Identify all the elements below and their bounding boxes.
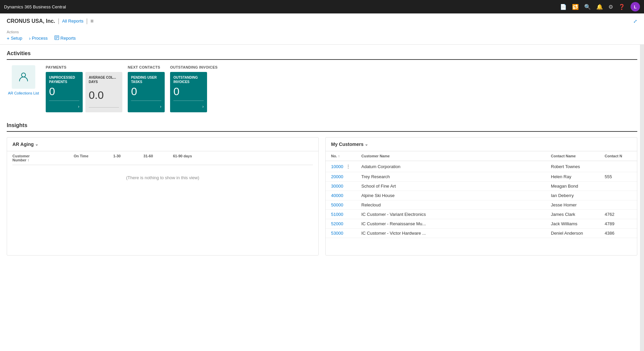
ar-col-61-90: 61-90 days [158,154,192,162]
settings-icon[interactable]: ⚙ [608,4,613,10]
activities-divider [7,59,637,60]
insights-divider [7,131,637,132]
customer-no-link[interactable]: 53000 [331,231,343,236]
col-contact-name: Contact Name [551,154,605,158]
payments-group: PAYMENTS UNPROCESSED PAYMENTS 0 › AVERAG… [46,65,122,112]
average-col-days-card[interactable]: AVERAGE COL... DAYS 0.0 [85,72,122,112]
table-row[interactable]: 10000 ⋮ Adatum Corporation Robert Townes [326,161,637,172]
card-divider3 [173,101,204,101]
user-avatar[interactable]: L [631,2,640,11]
breadcrumb-menu-icon[interactable]: ≡ [90,18,93,24]
card-divider [49,101,79,101]
table-row[interactable]: 51000 IC Customer - Variant Electronics … [326,210,637,219]
customer-no-link[interactable]: 52000 [331,221,343,226]
setup-icon: + [7,36,9,41]
table-row[interactable]: 20000 Trey Research Helen Ray 555 [326,172,637,182]
top-bar-icons: 📄 🔁 🔍 🔔 ⚙ ❓ L [560,2,640,11]
svg-point-4 [22,73,26,77]
expand-icon[interactable]: ⤢ [633,18,637,24]
all-reports-link[interactable]: All Reports [62,18,84,24]
customer-no-link[interactable]: 20000 [331,174,343,179]
customer-no-link[interactable]: 10000 [331,164,343,169]
ar-aging-panel: AR Aging ⌄ CustomerNumber ↑ On Time 1-30… [7,137,319,256]
process-action[interactable]: › Process [29,36,48,43]
customer-no-cell: 20000 [331,174,361,179]
customer-name-cell: IC Customer - Renaissanse Mu... [361,221,551,226]
ar-aging-header[interactable]: AR Aging ⌄ [7,138,318,151]
pending-user-tasks-card[interactable]: PENDING USER TASKS 0 › [128,72,165,112]
insights-section: Insights AR Aging ⌄ CustomerNumber ↑ On … [7,122,637,256]
contact-n-cell: 4762 [605,212,632,217]
ar-aging-title: AR Aging [12,142,34,147]
card-arrow: › [78,104,79,109]
table-row[interactable]: 40000 Alpine Ski House Ian Deberry [326,191,637,200]
ar-icon-box [12,65,35,89]
search-icon[interactable]: 🔍 [584,4,591,10]
customer-no-link[interactable]: 51000 [331,212,343,217]
card-arrow3: › [202,104,204,109]
unprocessed-payments-card[interactable]: UNPROCESSED PAYMENTS 0 › [46,72,83,112]
contact-name-cell: Ian Deberry [551,193,605,198]
company-name: CRONUS USA, Inc. [7,18,55,24]
outstanding-invoices-label: Outstanding Invoices [170,65,217,69]
customer-no-link[interactable]: 50000 [331,202,343,207]
reports-label: Reports [61,36,76,41]
table-row[interactable]: 50000 Relecloud Jesse Homer [326,200,637,210]
right-scrollbar[interactable] [640,13,644,351]
document-icon[interactable]: 📄 [560,4,567,10]
customer-no-cell: 50000 [331,202,361,207]
table-row[interactable]: 53000 IC Customer - Victor Hardware ... … [326,229,637,238]
customer-no-link[interactable]: 40000 [331,193,343,198]
customer-no-cell: 10000 ⋮ [331,163,361,170]
table-row[interactable]: 30000 School of Fine Art Meagan Bond [326,182,637,191]
customer-name-cell: IC Customer - Variant Electronics [361,212,551,217]
breadcrumb-separator: | [58,17,59,25]
my-customers-header[interactable]: My Customers ⌄ [326,138,637,151]
customer-no-cell: 52000 [331,221,361,226]
payments-cards-row: UNPROCESSED PAYMENTS 0 › AVERAGE COL... … [46,72,122,112]
context-menu-button[interactable]: ⋮ [345,163,352,170]
reports-action[interactable]: Reports [54,35,76,43]
ar-aging-chevron: ⌄ [35,142,38,147]
actions-bar: Actions + Setup › Process Reports [7,28,637,44]
page-header: CRONUS USA, Inc. | All Reports | ≡ ⤢ Act… [0,13,644,45]
table-row[interactable]: 52000 IC Customer - Renaissanse Mu... Ja… [326,219,637,229]
col-contact-n: Contact N [605,154,632,158]
ar-collections-label: AR Collections List [8,91,39,95]
insights-panels: AR Aging ⌄ CustomerNumber ↑ On Time 1-30… [7,137,637,256]
my-customers-chevron: ⌄ [365,142,368,147]
card-gray-divider [89,107,119,108]
outstanding-invoices-title: OUTSTANDING INVOICES [173,75,204,84]
customers-header-row: No. ↑ Customer Name Contact Name Contact… [326,151,637,161]
ar-col-1-30: 1-30 [94,154,121,162]
customer-no-link[interactable]: 30000 [331,184,343,189]
outstanding-invoices-card[interactable]: OUTSTANDING INVOICES 0 › [170,72,207,112]
share-icon[interactable]: 🔁 [572,4,579,10]
insights-heading: Insights [7,122,637,128]
contact-name-cell: Robert Townes [551,164,605,169]
payments-group-label: PAYMENTS [46,65,122,69]
customer-name-cell: Relecloud [361,202,551,207]
customer-name-cell: Trey Research [361,174,551,179]
card-divider2 [131,101,161,101]
customer-no-cell: 51000 [331,212,361,217]
process-label: Process [32,36,48,41]
customer-name-cell: Alpine Ski House [361,193,551,198]
setup-action[interactable]: + Setup [7,36,22,43]
unprocessed-payments-title: UNPROCESSED PAYMENTS [49,75,79,84]
outstanding-invoices-group: Outstanding Invoices OUTSTANDING INVOICE… [170,65,217,112]
average-col-days-title: AVERAGE COL... DAYS [89,75,119,84]
customers-table: No. ↑ Customer Name Contact Name Contact… [326,151,637,255]
my-customers-panel: My Customers ⌄ No. ↑ Customer Name Conta… [325,137,637,256]
ar-collections-icon[interactable]: AR Collections List [7,65,40,95]
ar-col-31-60: 31-60 [126,154,153,162]
help-icon[interactable]: ❓ [618,4,625,10]
next-contacts-label: Next Contacts [128,65,165,69]
customer-no-cell: 40000 [331,193,361,198]
breadcrumb: CRONUS USA, Inc. | All Reports | ≡ ⤢ [7,17,637,28]
customer-no-cell: 30000 [331,184,361,189]
card-arrow2: › [160,104,161,109]
activities-heading: Activities [7,50,637,56]
bell-icon[interactable]: 🔔 [596,4,603,10]
customer-no-cell: 53000 [331,231,361,236]
